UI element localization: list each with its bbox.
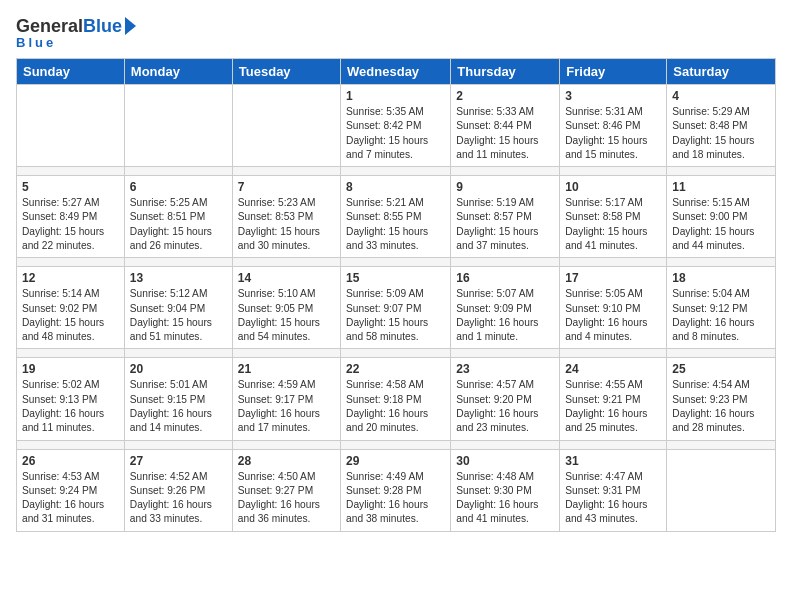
- day-info: Sunrise: 5:17 AM Sunset: 8:58 PM Dayligh…: [565, 196, 661, 253]
- separator-cell: [232, 167, 340, 176]
- logo-arrow-icon: [125, 17, 136, 35]
- day-info: Sunrise: 5:35 AM Sunset: 8:42 PM Dayligh…: [346, 105, 445, 162]
- separator-cell: [124, 440, 232, 449]
- separator-cell: [341, 258, 451, 267]
- day-number: 11: [672, 180, 770, 194]
- calendar-cell: 20Sunrise: 5:01 AM Sunset: 9:15 PM Dayli…: [124, 358, 232, 440]
- calendar-cell: 2Sunrise: 5:33 AM Sunset: 8:44 PM Daylig…: [451, 85, 560, 167]
- separator-cell: [341, 349, 451, 358]
- day-number: 8: [346, 180, 445, 194]
- calendar-cell: 28Sunrise: 4:50 AM Sunset: 9:27 PM Dayli…: [232, 449, 340, 531]
- day-info: Sunrise: 5:21 AM Sunset: 8:55 PM Dayligh…: [346, 196, 445, 253]
- day-header-sunday: Sunday: [17, 59, 125, 85]
- calendar-cell: 10Sunrise: 5:17 AM Sunset: 8:58 PM Dayli…: [560, 176, 667, 258]
- calendar-cell: 12Sunrise: 5:14 AM Sunset: 9:02 PM Dayli…: [17, 267, 125, 349]
- separator-cell: [232, 258, 340, 267]
- day-number: 4: [672, 89, 770, 103]
- week-separator: [17, 258, 776, 267]
- day-info: Sunrise: 5:01 AM Sunset: 9:15 PM Dayligh…: [130, 378, 227, 435]
- day-header-saturday: Saturday: [667, 59, 776, 85]
- day-info: Sunrise: 5:04 AM Sunset: 9:12 PM Dayligh…: [672, 287, 770, 344]
- day-info: Sunrise: 4:52 AM Sunset: 9:26 PM Dayligh…: [130, 470, 227, 527]
- logo-blue-text: Blue: [83, 16, 122, 37]
- calendar-cell: 4Sunrise: 5:29 AM Sunset: 8:48 PM Daylig…: [667, 85, 776, 167]
- day-number: 6: [130, 180, 227, 194]
- logo-underline: Blue: [16, 35, 56, 50]
- separator-cell: [667, 440, 776, 449]
- calendar-cell: 26Sunrise: 4:53 AM Sunset: 9:24 PM Dayli…: [17, 449, 125, 531]
- logo: General Blue Blue: [16, 16, 136, 50]
- day-info: Sunrise: 4:53 AM Sunset: 9:24 PM Dayligh…: [22, 470, 119, 527]
- day-number: 16: [456, 271, 554, 285]
- day-number: 18: [672, 271, 770, 285]
- separator-cell: [232, 349, 340, 358]
- week-separator: [17, 440, 776, 449]
- day-info: Sunrise: 4:54 AM Sunset: 9:23 PM Dayligh…: [672, 378, 770, 435]
- calendar-cell: 3Sunrise: 5:31 AM Sunset: 8:46 PM Daylig…: [560, 85, 667, 167]
- day-number: 2: [456, 89, 554, 103]
- calendar-cell: [17, 85, 125, 167]
- calendar-cell: 9Sunrise: 5:19 AM Sunset: 8:57 PM Daylig…: [451, 176, 560, 258]
- calendar-cell: 24Sunrise: 4:55 AM Sunset: 9:21 PM Dayli…: [560, 358, 667, 440]
- calendar-table: SundayMondayTuesdayWednesdayThursdayFrid…: [16, 58, 776, 532]
- day-number: 7: [238, 180, 335, 194]
- day-number: 5: [22, 180, 119, 194]
- calendar-cell: 6Sunrise: 5:25 AM Sunset: 8:51 PM Daylig…: [124, 176, 232, 258]
- week-separator: [17, 349, 776, 358]
- day-info: Sunrise: 5:31 AM Sunset: 8:46 PM Dayligh…: [565, 105, 661, 162]
- separator-cell: [17, 440, 125, 449]
- separator-cell: [451, 167, 560, 176]
- day-info: Sunrise: 5:12 AM Sunset: 9:04 PM Dayligh…: [130, 287, 227, 344]
- day-number: 1: [346, 89, 445, 103]
- separator-cell: [17, 349, 125, 358]
- day-number: 30: [456, 454, 554, 468]
- calendar-cell: 1Sunrise: 5:35 AM Sunset: 8:42 PM Daylig…: [341, 85, 451, 167]
- day-number: 13: [130, 271, 227, 285]
- day-info: Sunrise: 4:57 AM Sunset: 9:20 PM Dayligh…: [456, 378, 554, 435]
- day-info: Sunrise: 5:29 AM Sunset: 8:48 PM Dayligh…: [672, 105, 770, 162]
- day-info: Sunrise: 5:25 AM Sunset: 8:51 PM Dayligh…: [130, 196, 227, 253]
- calendar-week-3: 12Sunrise: 5:14 AM Sunset: 9:02 PM Dayli…: [17, 267, 776, 349]
- day-info: Sunrise: 5:05 AM Sunset: 9:10 PM Dayligh…: [565, 287, 661, 344]
- page-header: General Blue Blue: [16, 16, 776, 50]
- calendar-cell: 31Sunrise: 4:47 AM Sunset: 9:31 PM Dayli…: [560, 449, 667, 531]
- day-header-thursday: Thursday: [451, 59, 560, 85]
- separator-cell: [560, 349, 667, 358]
- calendar-cell: [232, 85, 340, 167]
- calendar-cell: 13Sunrise: 5:12 AM Sunset: 9:04 PM Dayli…: [124, 267, 232, 349]
- day-number: 27: [130, 454, 227, 468]
- calendar-cell: 5Sunrise: 5:27 AM Sunset: 8:49 PM Daylig…: [17, 176, 125, 258]
- separator-cell: [451, 258, 560, 267]
- day-number: 26: [22, 454, 119, 468]
- day-info: Sunrise: 4:47 AM Sunset: 9:31 PM Dayligh…: [565, 470, 661, 527]
- separator-cell: [667, 258, 776, 267]
- day-header-wednesday: Wednesday: [341, 59, 451, 85]
- separator-cell: [560, 440, 667, 449]
- separator-cell: [560, 258, 667, 267]
- separator-cell: [341, 167, 451, 176]
- separator-cell: [124, 167, 232, 176]
- day-number: 14: [238, 271, 335, 285]
- separator-cell: [560, 167, 667, 176]
- day-number: 9: [456, 180, 554, 194]
- separator-cell: [451, 440, 560, 449]
- day-number: 31: [565, 454, 661, 468]
- calendar-week-1: 1Sunrise: 5:35 AM Sunset: 8:42 PM Daylig…: [17, 85, 776, 167]
- week-separator: [17, 167, 776, 176]
- day-info: Sunrise: 5:07 AM Sunset: 9:09 PM Dayligh…: [456, 287, 554, 344]
- calendar-cell: 18Sunrise: 5:04 AM Sunset: 9:12 PM Dayli…: [667, 267, 776, 349]
- separator-cell: [667, 167, 776, 176]
- day-number: 19: [22, 362, 119, 376]
- calendar-cell: 8Sunrise: 5:21 AM Sunset: 8:55 PM Daylig…: [341, 176, 451, 258]
- day-number: 10: [565, 180, 661, 194]
- day-info: Sunrise: 5:09 AM Sunset: 9:07 PM Dayligh…: [346, 287, 445, 344]
- calendar-cell: 19Sunrise: 5:02 AM Sunset: 9:13 PM Dayli…: [17, 358, 125, 440]
- day-number: 22: [346, 362, 445, 376]
- day-header-friday: Friday: [560, 59, 667, 85]
- calendar-cell: 21Sunrise: 4:59 AM Sunset: 9:17 PM Dayli…: [232, 358, 340, 440]
- separator-cell: [341, 440, 451, 449]
- day-info: Sunrise: 4:55 AM Sunset: 9:21 PM Dayligh…: [565, 378, 661, 435]
- day-info: Sunrise: 5:10 AM Sunset: 9:05 PM Dayligh…: [238, 287, 335, 344]
- day-number: 17: [565, 271, 661, 285]
- day-info: Sunrise: 5:23 AM Sunset: 8:53 PM Dayligh…: [238, 196, 335, 253]
